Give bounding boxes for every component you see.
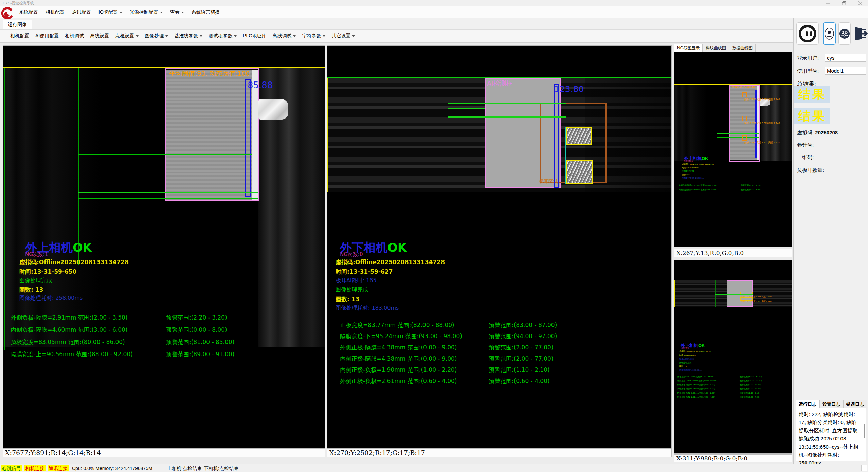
tab-error-log[interactable]: 错误日志 [843, 400, 867, 409]
measure-green-line [78, 198, 258, 199]
measurement-value: 外侧正极-负极=2.61mm 范围:(0.60 - 4.00) [340, 377, 457, 385]
ng-thumbnail-lower[interactable]: 面积:1.226 宽度:1.775 高度:2.240 面积:1.973 宽度:0… [674, 260, 792, 454]
measurement-warn: 预警范围:(0.00 - 8.00) [741, 189, 760, 191]
menu-view[interactable]: 查看 [170, 9, 184, 15]
measure-green-line [448, 103, 566, 104]
app-logo-icon [1, 7, 14, 20]
capture-time: 时间:13-31-59-650 [682, 167, 699, 169]
tool-plc-address[interactable]: PLC地址库 [243, 33, 266, 39]
tab-run-image[interactable]: 运行图像 [3, 20, 32, 29]
virtual-code: 虚拟码:Offline20250208133134728 [682, 163, 714, 166]
tool-offline-setting[interactable]: 离线设置 [90, 33, 109, 39]
title-bar: CYS-视觉检测系统 [0, 0, 868, 6]
tool-ai-use-config[interactable]: AI使用配置 [35, 33, 59, 39]
measurement-value: 外侧正极-隔膜=4.38mm 范围:(0.00 - 9.00) [677, 384, 715, 386]
close-icon[interactable] [854, 0, 866, 6]
menu-camera-config[interactable]: 相机配置 [46, 9, 65, 15]
measure-green-line [717, 133, 759, 134]
threshold-label: 平均阈值:93, 动态阈值:100 [731, 86, 755, 88]
process-elapsed: 图像处理耗时: 183.00ms [336, 305, 399, 312]
log-scrollbar[interactable] [864, 424, 865, 438]
minimize-icon[interactable] [822, 0, 833, 6]
user-icon [824, 27, 834, 40]
measurement-value: 隔膜宽度-上=90.56mm 范围:(88.00 - 92.00) [11, 350, 133, 358]
camera-ok-status: OK [73, 241, 92, 254]
qr-code-label: 二维码: [797, 154, 814, 161]
left-camera-view[interactable]: 85.88 平均阈值:93, 动态阈值:100 外上相机OK NG次数:1 虚拟… [3, 45, 325, 448]
measurement-warn: 预警范围:(0.60 - 4.00) [740, 396, 759, 398]
model-field[interactable] [825, 67, 866, 75]
measurement-value: 内侧正极-负极=1.90mm 范围:(1.00 - 2.20) [677, 392, 715, 394]
tab-run-log[interactable]: 运行日志 [796, 400, 819, 409]
users-group-icon [839, 28, 850, 39]
tab-line-curve[interactable]: 料线曲线图 [703, 44, 729, 52]
tool-image-process[interactable]: 图像处理 [145, 33, 168, 39]
tab-setting-log[interactable]: 设置日志 [819, 400, 843, 409]
run-log-content[interactable]: 耗时: 222, 缺陷检测耗时: 17, 缺陷分类耗时: 0, 缺陷提取分区耗时… [796, 408, 866, 461]
measurement-warn: 预警范围:(2.00 - 77.00) [489, 355, 553, 363]
ng-count: NG次数:1 [684, 160, 693, 162]
ng-count: NG次数:0 [681, 347, 689, 349]
pause-button[interactable] [796, 22, 819, 45]
measurement-warn: 预警范围:(2.20 - 3.20) [741, 184, 760, 187]
toolbar-grip-handle[interactable] [5, 32, 6, 41]
tool-other-settings[interactable]: 其它设置 [331, 33, 355, 39]
measurement-value: 正极宽度=83.77mm 范围:(82.00 - 88.00) [340, 321, 454, 329]
login-user-field[interactable] [825, 54, 866, 62]
cyan-edge-line [565, 127, 566, 184]
blue-measure-box [245, 79, 251, 197]
exit-button[interactable] [853, 22, 868, 45]
measurement-value: 内侧正极-隔膜=4.38mm 范围:(0.00 - 9.00) [677, 388, 715, 390]
measure-green-line [717, 119, 759, 119]
tool-char-params[interactable]: 字符参数 [302, 33, 325, 39]
measurement-value: 负极宽度=83.05mm 范围:(80.00 - 86.00) [11, 338, 125, 346]
menu-io-config[interactable]: IO卡配置 [98, 9, 122, 15]
defect-label: 面积:1.991 宽度:1.221 高度:1.731 [744, 141, 780, 144]
tab-data-curve[interactable]: 数据曲线图 [729, 44, 756, 52]
menu-comm-config[interactable]: 通讯配置 [72, 9, 91, 15]
defect-box [742, 116, 747, 121]
loop-count: 圈数: 13 [336, 295, 359, 303]
comm-connect-badge: 通讯连接 [48, 465, 69, 471]
measurement-value: 隔膜宽度-下=95.24mm 范围:(93.00 - 98.00) [340, 332, 462, 340]
ng-thumbnail-upper[interactable]: 面积:1.226 宽度:1.775 高度:2.240 面积:1.973 宽度:0… [674, 52, 792, 247]
user-manage-button[interactable] [838, 22, 851, 45]
threshold-label: 平均阈值:93, 动态阈值:100 [169, 69, 250, 78]
chevron-down-icon [234, 35, 237, 37]
middle-camera-view[interactable]: AI检测框 极耳区域 123.80 外下相机OK NG次数:0 虚拟码:Offl… [327, 45, 672, 448]
process-done: 图像处理完成 [336, 286, 368, 293]
ai-elapsed: 极耳AI耗时: 165 [679, 358, 694, 360]
tool-baseline-params[interactable]: 基准线参数 [174, 33, 202, 39]
tool-camera-config[interactable]: 相机配置 [10, 33, 29, 39]
tab-ng-capture[interactable]: NG截图显示 [674, 44, 703, 52]
status-bar: 心跳信号 相机连接 通讯连接 Cpu: 0.0% Memory: 3424.41… [0, 464, 868, 472]
menu-bar: 系统配置 相机配置 通讯配置 IO卡配置 光源控制配置 查看 系统语言切换 [0, 6, 868, 18]
measurement-warn: 预警范围:(94.00 - 97.00) [740, 380, 762, 382]
tool-test-item-params[interactable]: 测试项参数 [209, 33, 237, 39]
menu-items: 系统配置 相机配置 通讯配置 IO卡配置 光源控制配置 查看 系统语言切换 [19, 9, 220, 15]
defect-label: 面积:1.973 宽度:0.865 高度:2.148 [744, 122, 780, 125]
menu-language-switch[interactable]: 系统语言切换 [192, 9, 220, 15]
result-badge-lower: 结果 [794, 108, 830, 124]
tool-spot-check[interactable]: 点检设置 [115, 33, 139, 39]
tab-detect-box [566, 160, 593, 184]
menu-system-config[interactable]: 系统配置 [19, 9, 38, 15]
process-done: 图像处理完成 [679, 362, 691, 364]
toolbar: 相机配置 AI使用配置 相机调试 离线设置 点检设置 图像处理 基准线参数 测试… [0, 29, 793, 43]
edge-yellow-line [674, 280, 675, 307]
blue-measure-value: 85.88 [248, 80, 273, 90]
capture-time: 时间:13-31-59-650 [19, 268, 76, 276]
left-camera-background-texture [3, 68, 166, 347]
chevron-down-icon [293, 35, 296, 37]
measure-green-line [717, 137, 759, 138]
measurement-value: 隔膜宽度-下=95.24mm 范围:(93.00 - 98.00) [677, 380, 716, 382]
chevron-down-icon [120, 12, 122, 13]
edge-yellow-line [327, 78, 328, 192]
process-elapsed: 图像处理耗时: 258.00ms [19, 295, 83, 302]
current-user-button[interactable] [823, 22, 836, 45]
restore-icon[interactable] [838, 0, 850, 6]
ai-elapsed: 极耳AI耗时: 165 [336, 277, 377, 284]
tool-offline-debug[interactable]: 离线调试 [272, 33, 296, 39]
menu-light-config[interactable]: 光源控制配置 [130, 9, 163, 15]
tool-camera-debug[interactable]: 相机调试 [65, 33, 84, 39]
